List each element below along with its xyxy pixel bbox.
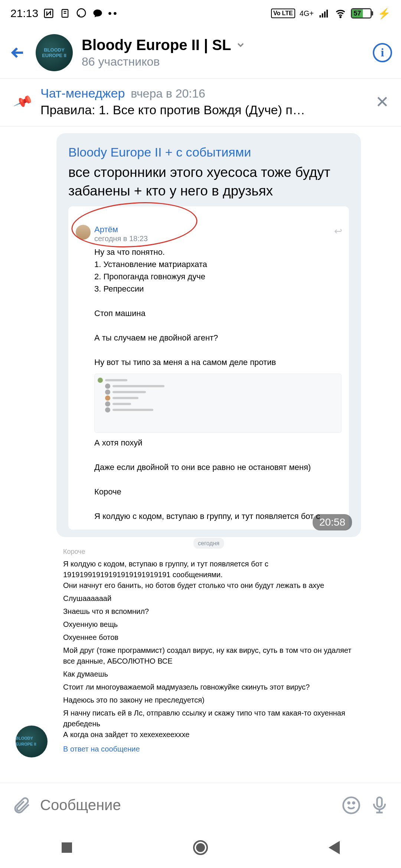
- pinned-author: Чат-менеджер: [40, 86, 125, 101]
- message-input[interactable]: [40, 797, 333, 813]
- reply-source-name[interactable]: Bloody Europe II + с событиями: [68, 145, 349, 160]
- svg-rect-13: [377, 797, 382, 807]
- svg-point-10: [343, 797, 359, 813]
- nfc-icon: [43, 7, 55, 19]
- chat-title: Bloody Europe II | SL: [82, 37, 231, 53]
- attach-icon[interactable]: [12, 796, 31, 815]
- charging-icon: ⚡: [378, 7, 391, 20]
- nav-back[interactable]: [325, 839, 343, 857]
- whatsapp-icon: [75, 7, 87, 19]
- sender-avatar[interactable]: BLOODY EUROPE II: [16, 726, 48, 757]
- svg-rect-7: [324, 11, 326, 17]
- chat-avatar[interactable]: BLOODY EUROPE II: [36, 34, 73, 71]
- nav-home[interactable]: [192, 839, 209, 857]
- msg2-p8: Стоит ли многоуважаемой мадмуазель говно…: [63, 682, 354, 693]
- pinned-message[interactable]: 📌 Чат-менеджер вчера в 20:16 Правила: 1.…: [0, 79, 401, 126]
- msg2-p7: Как думаешь: [63, 669, 354, 680]
- msg2-p9: Надеюсь это по закону не преследуется): [63, 695, 354, 706]
- status-right: Vo LTE 4G+ 57 ⚡: [271, 7, 391, 20]
- inner-timestamp: сегодня в 18:23: [94, 234, 148, 243]
- back-icon[interactable]: [9, 44, 27, 62]
- msg2-p10: Я начну писать ей в Лс, отправлю ссылку …: [63, 708, 354, 740]
- document-icon: [59, 7, 71, 19]
- chevron-down-icon[interactable]: [235, 40, 246, 50]
- network-label: 4G+: [300, 9, 314, 18]
- message-bubble[interactable]: Bloody Europe II + с событиями все сторо…: [56, 133, 361, 537]
- status-time: 21:13: [10, 7, 38, 20]
- chat-header: BLOODY EUROPE II Bloody Europe II | SL 8…: [0, 27, 401, 79]
- message-composer: [0, 783, 401, 827]
- svg-rect-6: [322, 13, 323, 17]
- msg2-p3: Знаешь что я вспомнил?: [63, 606, 354, 617]
- nav-recent[interactable]: [58, 839, 76, 857]
- svg-rect-8: [326, 10, 328, 17]
- inner-embedded-chat: [94, 374, 342, 433]
- chat-bubble-icon: [92, 7, 104, 19]
- volte-icon: Vo LTE: [271, 9, 295, 18]
- emoji-icon[interactable]: [342, 796, 361, 815]
- share-icon: ↩: [334, 226, 342, 237]
- info-icon[interactable]: i: [373, 43, 392, 62]
- more-dots-icon: ••: [108, 7, 118, 19]
- pinned-time: вчера в 20:16: [131, 87, 205, 101]
- battery-level: 57: [352, 9, 363, 17]
- system-nav-bar: [0, 827, 401, 868]
- svg-rect-5: [320, 15, 321, 17]
- attached-screenshot[interactable]: ↩ Артём сегодня в 18:23 Ну за что понятн…: [68, 206, 349, 530]
- pinned-body: Чат-менеджер вчера в 20:16 Правила: 1. В…: [40, 86, 366, 117]
- pin-icon: 📌: [13, 92, 34, 112]
- msg2-p6: Мой друг (тоже программист) создал вирус…: [63, 645, 354, 667]
- svg-point-12: [353, 802, 354, 803]
- status-left: 21:13 ••: [10, 7, 118, 20]
- msg2-p5: Охуеннее ботов: [63, 632, 354, 643]
- reply-quoted-text: все сторонники этого хуесоса тоже будут …: [68, 163, 349, 200]
- close-icon[interactable]: ✕: [375, 92, 389, 111]
- inner-username: Артём: [94, 225, 118, 234]
- date-separator: сегодня: [193, 538, 224, 549]
- svg-point-9: [340, 17, 341, 18]
- header-text-block[interactable]: Bloody Europe II | SL 86 участников: [82, 37, 364, 69]
- svg-point-4: [77, 9, 86, 17]
- battery-icon: 57: [351, 8, 372, 19]
- chat-subtitle: 86 участников: [82, 55, 364, 69]
- inner-avatar: [76, 225, 91, 240]
- messages-area[interactable]: Bloody Europe II + с событиями все сторо…: [0, 126, 401, 783]
- pinned-text: Правила: 1. Все кто против Вождя (Дуче) …: [40, 103, 345, 117]
- message-bubble-2[interactable]: сегодня BLOODY EUROPE II Короче Я колдую…: [56, 541, 361, 760]
- msg2-p1: Я колдую с кодом, вступаю в группу, и ту…: [63, 559, 354, 591]
- status-bar: 21:13 •• Vo LTE 4G+ 57 ⚡: [0, 0, 401, 27]
- svg-point-11: [348, 802, 349, 803]
- msg2-p2: Слушаааааай: [63, 593, 354, 604]
- inner-message-text-top: Ну за что понятно. 1. Установление матри…: [94, 246, 342, 368]
- signal-icon: [318, 7, 330, 19]
- message-time: 20:58: [313, 514, 352, 530]
- inner-message-text-bottom: А хотя похуй Даже если двойной то они вс…: [94, 437, 342, 522]
- wifi-icon: [335, 7, 346, 19]
- msg2-p4: Охуенную вещь: [63, 619, 354, 630]
- reply-link[interactable]: В ответ на сообщение: [63, 744, 354, 754]
- mic-icon[interactable]: [370, 796, 389, 815]
